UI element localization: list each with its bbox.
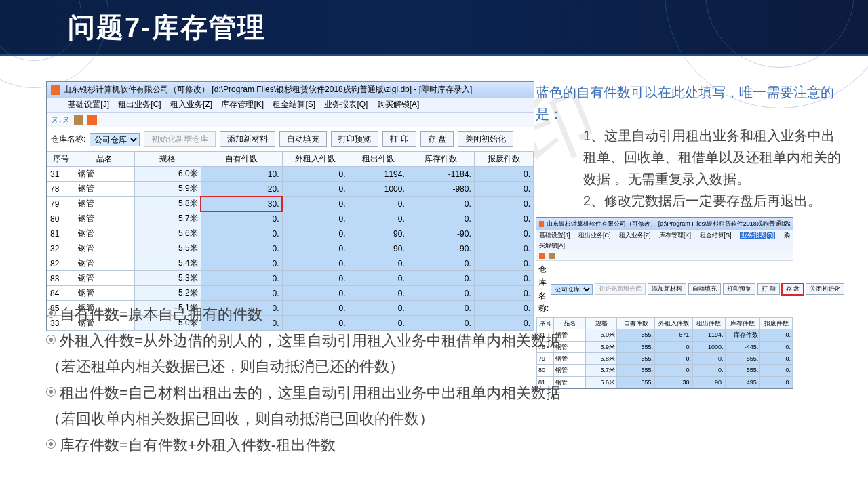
cell[interactable]: 钢管 [75,271,134,286]
table-row[interactable]: 82钢管5.4米0.0.0.0.0. [47,256,534,271]
cell[interactable]: 0. [474,182,533,197]
table-row[interactable]: 80钢管5.7米0.0.0.0.0. [47,211,534,226]
toolbar-icon[interactable] [87,115,97,125]
cell[interactable]: 0. [282,241,349,256]
menu-item[interactable]: 租出业务[C] [118,100,161,109]
cell[interactable]: 0. [474,167,533,182]
cell[interactable]: 0. [408,286,474,301]
cell[interactable]: 6.0米 [134,167,201,182]
close-init-button[interactable]: 关闭初始化 [806,283,844,295]
cell[interactable]: -980. [408,182,474,197]
init-warehouse-button[interactable]: 初始化新增仓库 [595,283,646,295]
cell[interactable]: 钢管 [75,211,134,226]
cell[interactable]: 82 [47,256,75,271]
print-preview-button[interactable]: 打印预览 [331,131,378,147]
menu-item[interactable]: 租金结算[S] [700,232,732,239]
cell[interactable]: 90. [349,226,408,241]
cell[interactable]: 0. [408,211,474,226]
cell[interactable]: 0. [282,226,349,241]
menu-item[interactable]: 库存管理[K] [659,232,691,239]
table-row[interactable]: 84钢管5.2米0.0.0.0.0. [47,286,534,301]
cell[interactable]: 5.2米 [134,286,201,301]
cell[interactable]: 0. [201,226,282,241]
save-button[interactable]: 存 盘 [420,131,454,147]
menu-item[interactable]: 租入业务[Z] [170,100,212,109]
save-button[interactable]: 存 盘 [782,283,804,295]
cell[interactable]: 0. [349,211,408,226]
cell[interactable]: 0. [201,241,282,256]
cell[interactable]: 钢管 [75,167,134,182]
toolbar-icon[interactable] [549,253,555,259]
cell[interactable]: 5.5米 [134,241,201,256]
cell[interactable]: -90. [408,226,474,241]
cell[interactable]: 5.6米 [134,226,201,241]
cell[interactable]: 0. [201,256,282,271]
cell[interactable]: 32 [47,241,75,256]
cell[interactable]: 5.8米 [134,197,201,211]
cell[interactable]: 1194. [349,167,408,182]
cell[interactable]: 0. [408,197,474,211]
table-row[interactable]: 79钢管5.8米30.0.0.0.0. [47,197,534,211]
close-init-button[interactable]: 关闭初始化 [458,131,513,147]
cell[interactable]: 0. [474,286,533,301]
menu-item[interactable]: 租入业务[Z] [619,232,651,239]
menu-item[interactable]: 基础设置[J] [539,232,570,239]
cell[interactable]: 钢管 [75,256,134,271]
menu-item[interactable]: 基础设置[J] [68,100,109,109]
cell[interactable]: 81 [47,226,75,241]
cell[interactable]: 钢管 [75,286,134,301]
cell[interactable]: 5.7米 [134,211,201,226]
cell[interactable]: 78 [47,182,75,197]
menu-item[interactable]: 租出业务[C] [578,232,611,239]
cell[interactable]: 0. [201,286,282,301]
table-row[interactable]: 32钢管5.5米0.0.90.-90.0. [47,241,534,256]
cell[interactable]: 0. [349,271,408,286]
menu-item[interactable]: 业务报表[Q] [740,232,775,239]
toolbar-icon[interactable] [74,115,83,125]
cell[interactable]: 0. [349,197,408,211]
cell[interactable]: 0. [408,271,474,286]
cell[interactable]: 0. [408,256,474,271]
cell[interactable]: 0. [201,271,282,286]
cell[interactable]: 84 [47,286,75,301]
cell[interactable]: 90. [349,241,408,256]
cell[interactable]: 钢管 [75,182,134,197]
cell[interactable]: 0. [474,197,533,211]
cell[interactable]: 1000. [349,182,408,197]
cell[interactable]: 83 [47,271,75,286]
cell[interactable]: 20. [201,182,282,197]
autofill-button[interactable]: 自动填充 [688,283,721,295]
print-button[interactable]: 打 印 [382,131,416,147]
table-row[interactable]: 31钢管6.0米10.0.1194.-1184.0. [47,167,534,182]
cell[interactable]: 5.4米 [134,256,201,271]
toolbar-icon[interactable]: ヌ↓ヌ [51,115,70,125]
cell[interactable]: 0. [282,182,349,197]
cell[interactable]: 0. [282,286,349,301]
cell[interactable]: 0. [282,211,349,226]
cell[interactable]: 5.9米 [134,182,201,197]
cell[interactable]: 30. [201,197,282,211]
cell[interactable]: 0. [282,197,349,211]
cell[interactable]: 钢管 [75,197,134,211]
init-warehouse-button[interactable]: 初始化新增仓库 [144,131,216,147]
cell[interactable]: 0. [349,286,408,301]
autofill-button[interactable]: 自动填充 [279,131,327,147]
cell[interactable]: 0. [474,211,533,226]
add-material-button[interactable]: 添加新材料 [648,283,686,295]
cell[interactable]: 31 [47,167,75,182]
toolbar-icon[interactable] [539,253,545,259]
cell[interactable]: 0. [282,167,349,182]
table-row[interactable]: 78钢管5.9米20.0.1000.-980.0. [47,182,534,197]
cell[interactable]: 0. [474,241,533,256]
cell[interactable]: 5.3米 [134,271,201,286]
cell[interactable]: 钢管 [75,241,134,256]
cell[interactable]: -90. [408,241,474,256]
cell[interactable]: -1184. [408,167,474,182]
warehouse-select[interactable]: 公司仓库 [90,133,140,146]
add-material-button[interactable]: 添加新材料 [220,131,275,147]
cell[interactable]: 0. [474,271,533,286]
cell[interactable]: 0. [474,226,533,241]
warehouse-select[interactable]: 公司仓库 [551,284,593,295]
cell[interactable]: 10. [201,167,282,182]
cell[interactable]: 80 [47,211,75,226]
